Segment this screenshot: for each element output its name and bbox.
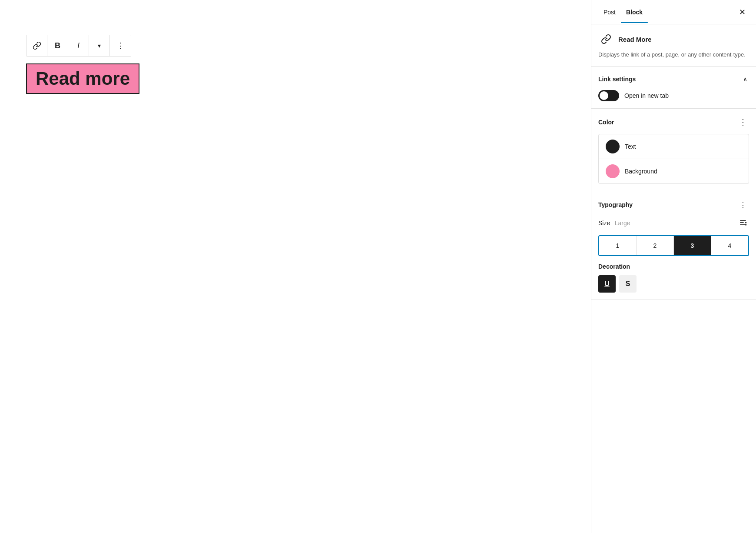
read-more-block[interactable]: Read more [26,63,139,94]
link-settings-toggle[interactable] [741,73,749,85]
open-new-tab-label: Open in new tab [624,92,669,99]
svg-point-4 [745,224,746,225]
background-color-swatch [606,164,620,178]
size-label: Size [598,220,610,227]
size-value: Large [615,220,630,227]
close-button[interactable]: ✕ [736,4,749,20]
underline-button[interactable]: U [598,275,616,293]
size-btn-3[interactable]: 3 [674,236,711,255]
link-settings-section: Link settings Open in new tab [591,67,756,109]
link-toolbar-button[interactable] [27,35,47,56]
tabs-row: Post Block ✕ [591,0,756,24]
italic-toolbar-button[interactable]: I [68,35,89,56]
typography-more-button[interactable]: ⋮ [737,198,749,211]
link-settings-title: Link settings [598,76,636,83]
link-settings-header: Link settings [598,73,749,85]
decoration-buttons: U S [598,275,749,293]
typography-title: Typography [598,201,633,208]
text-color-swatch [606,140,620,153]
color-section-header: Color ⋮ [598,116,749,129]
decoration-label: Decoration [598,263,749,270]
tab-block[interactable]: Block [621,2,648,23]
background-color-label: Background [625,168,657,175]
more-options-chevron[interactable]: ▾ [89,35,110,56]
svg-point-3 [745,222,746,223]
size-btn-1[interactable]: 1 [599,236,637,255]
background-color-row[interactable]: Background [599,159,749,183]
size-buttons: 1 2 3 4 [598,235,749,256]
block-header: Read More Displays the link of a post, p… [591,24,756,67]
color-section-title: Color [598,119,614,126]
open-new-tab-row: Open in new tab [598,90,749,101]
typography-section: Typography ⋮ Size Large 1 2 3 4 [591,191,756,300]
block-title-row: Read More [598,31,749,47]
block-icon [598,31,614,47]
tab-post[interactable]: Post [598,2,621,23]
read-more-text: Read more [36,68,130,89]
text-color-label: Text [625,143,636,150]
open-new-tab-toggle[interactable] [598,90,619,101]
size-row: Size Large [598,217,749,230]
block-description: Displays the link of a post, page, or an… [598,50,749,59]
color-section: Color ⋮ Text Background [591,109,756,191]
sidebar: Post Block ✕ Read More Displays the link… [591,0,756,533]
more-options-button[interactable]: ⋮ [110,35,131,56]
editor-area: B I ▾ ⋮ Read more [0,0,591,533]
size-btn-4[interactable]: 4 [711,236,748,255]
color-more-button[interactable]: ⋮ [737,116,749,129]
block-toolbar: B I ▾ ⋮ [26,35,131,57]
text-color-row[interactable]: Text [599,134,749,159]
strikethrough-button[interactable]: S [619,275,637,293]
size-label-group: Size Large [598,219,630,227]
color-options: Text Background [598,134,749,184]
typography-section-header: Typography ⋮ [598,198,749,211]
block-title: Read More [618,36,652,43]
size-controls-icon[interactable] [737,217,749,230]
bold-toolbar-button[interactable]: B [47,35,68,56]
size-btn-2[interactable]: 2 [637,236,674,255]
